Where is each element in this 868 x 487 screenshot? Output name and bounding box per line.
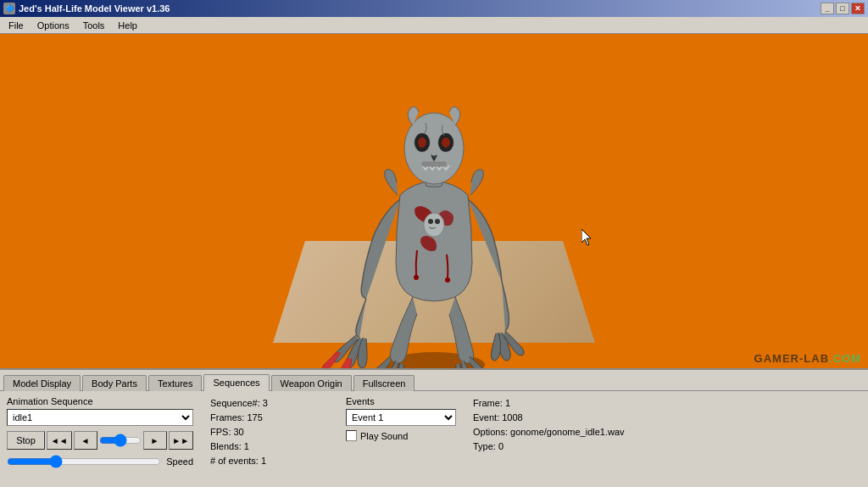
tab-body-parts[interactable]: Body Parts (82, 375, 147, 391)
speed-slider[interactable] (7, 455, 161, 468)
close-button[interactable]: ✕ (851, 3, 865, 14)
frame-info: Frame: 1 (473, 396, 861, 411)
main-container: GAMER-LAB.COM Model Display Body Parts T… (0, 34, 868, 487)
svg-point-2 (428, 219, 433, 224)
bottom-panel: Model Display Body Parts Textures Sequen… (0, 368, 868, 487)
tab-content: Animation Sequence idle1 Stop ◄◄ ◄ ► ►► (0, 390, 868, 480)
viewport[interactable]: GAMER-LAB.COM (0, 34, 868, 368)
menu-help[interactable]: Help (111, 19, 144, 32)
next-fast-button[interactable]: ►► (169, 431, 194, 450)
events-dropdown-row: Event 1 (346, 409, 456, 426)
maximize-button[interactable]: □ (836, 3, 849, 14)
svg-rect-10 (422, 162, 446, 166)
svg-point-3 (435, 219, 440, 224)
menu-file[interactable]: File (2, 19, 31, 32)
window-controls: _ □ ✕ (821, 3, 865, 14)
tab-sequences[interactable]: Sequences (203, 374, 269, 391)
frames-info: Frames: 175 (210, 411, 329, 425)
menu-options[interactable]: Options (31, 19, 76, 32)
play-sound-label: Play Sound (360, 431, 408, 441)
stop-button[interactable]: Stop (7, 431, 45, 450)
svg-point-11 (414, 275, 419, 280)
events-label: Events (346, 396, 456, 406)
event-info-panel: Frame: 1 Event: 1008 Options: gonome/gon… (473, 396, 861, 475)
sequence-select[interactable]: idle1 (7, 409, 193, 426)
event-select[interactable]: Event 1 (346, 409, 456, 426)
tab-textures[interactable]: Textures (148, 375, 203, 391)
menu-bar: File Options Tools Help (0, 17, 868, 34)
playback-controls-row: Stop ◄◄ ◄ ► ►► (7, 431, 193, 450)
menu-tools[interactable]: Tools (76, 19, 112, 32)
animation-sequence-panel: Animation Sequence idle1 Stop ◄◄ ◄ ► ►► (7, 396, 193, 475)
play-sound-checkbox[interactable] (346, 430, 357, 441)
speed-label: Speed (166, 456, 193, 467)
monster-model (315, 59, 553, 368)
sequence-info-panel: Sequence#: 3 Frames: 175 FPS: 30 Blends:… (210, 396, 329, 475)
tabs-row: Model Display Body Parts Textures Sequen… (0, 370, 868, 390)
type-info: Type: 0 (473, 439, 861, 454)
blends-info: Blends: 1 (210, 439, 329, 454)
prev-button[interactable]: ◄ (74, 431, 97, 450)
svg-point-12 (445, 277, 450, 283)
watermark-suffix: .COM (829, 352, 861, 365)
watermark: GAMER-LAB.COM (754, 352, 861, 365)
minimize-button[interactable]: _ (821, 3, 834, 14)
tab-weapon-origin[interactable]: Weapon Origin (271, 375, 352, 391)
play-sound-row: Play Sound (346, 430, 456, 441)
cursor (581, 229, 588, 236)
svg-point-1 (424, 213, 444, 237)
app-icon: 🔷 (3, 3, 15, 14)
tab-fullscreen[interactable]: Fullscreen (353, 375, 415, 391)
title-bar: 🔷 Jed's Half-Life Model Viewer v1.36 _ □… (0, 0, 868, 17)
svg-point-9 (442, 137, 450, 148)
svg-point-8 (418, 137, 426, 148)
window-title: Jed's Half-Life Model Viewer v1.36 (19, 3, 170, 14)
sequence-dropdown-row: idle1 (7, 409, 193, 426)
options-info: Options: gonome/gonome_idle1.wav (473, 425, 861, 439)
event-id-info: Event: 1008 (473, 411, 861, 425)
sequence-num: Sequence#: 3 (210, 396, 329, 411)
animation-sequence-label: Animation Sequence (7, 396, 193, 406)
num-events-info: # of events: 1 (210, 454, 329, 468)
fps-info: FPS: 30 (210, 425, 329, 439)
speed-row: Speed (7, 455, 193, 468)
events-panel: Events Event 1 Play Sound (346, 396, 456, 475)
next-button[interactable]: ► (143, 431, 167, 450)
prev-fast-button[interactable]: ◄◄ (47, 431, 72, 450)
frame-scrubber[interactable] (99, 434, 142, 447)
tab-model-display[interactable]: Model Display (3, 375, 81, 391)
